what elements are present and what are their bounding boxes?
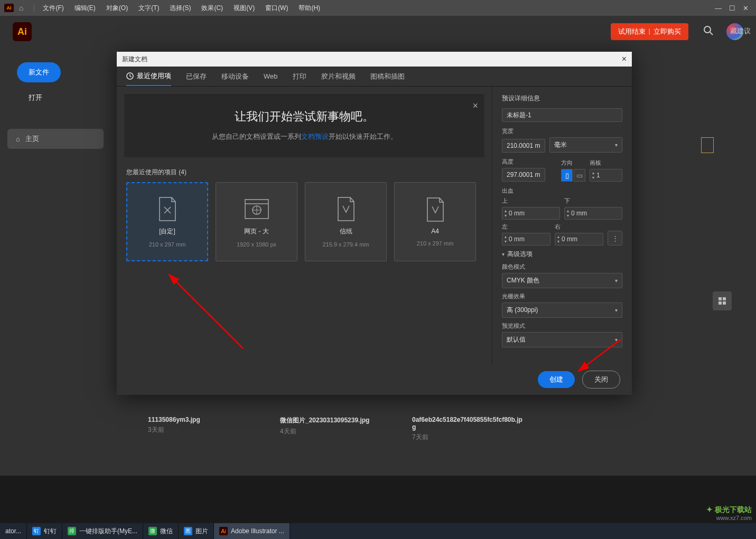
file-time: 4天前	[280, 427, 391, 436]
document-custom-icon	[155, 196, 180, 222]
taskbar-item[interactable]: ator...	[0, 523, 27, 539]
bleed-bottom-field[interactable]: ▴▾0 mm	[564, 207, 622, 220]
trial-button[interactable]: 试用结束 | 立即购买	[611, 23, 688, 40]
menu-object[interactable]: 对象(O)	[102, 4, 132, 13]
preset-size: 210 x 297 mm	[149, 241, 186, 248]
menu-help[interactable]: 帮助(H)	[294, 4, 324, 13]
landscape-button[interactable]: ▭	[574, 169, 585, 182]
artboard-stepper[interactable]: ▴▾ 1	[590, 169, 622, 182]
taskbar-item[interactable]: 钉 钉钉	[27, 523, 62, 539]
buy-now-label: 立即购买	[654, 27, 681, 36]
banner-close-icon[interactable]: ×	[472, 100, 478, 111]
home-nav-icon: ⌂	[16, 135, 20, 143]
taskbar-item[interactable]: 图 图片	[179, 523, 214, 539]
menu-view[interactable]: 视图(V)	[229, 4, 259, 13]
file-name: 11135086ym3.jpg	[148, 416, 259, 423]
open-button[interactable]: 打开	[17, 88, 54, 108]
chevron-down-icon: ▾	[502, 251, 505, 257]
wechat-icon: 微	[148, 527, 157, 535]
sidebar-item-home[interactable]: ⌂ 主页	[7, 129, 104, 149]
file-time: 3天前	[148, 425, 259, 434]
recent-file-item[interactable]: 11135086ym3.jpg 3天前	[148, 416, 259, 442]
home-label: 主页	[25, 134, 39, 144]
menu-file[interactable]: 文件(F)	[39, 4, 68, 13]
banner-subtitle: 从您自己的文档设置或一系列文档预设开始以快速开始工作。	[140, 132, 469, 141]
dingtalk-icon: 钉	[32, 527, 41, 535]
svg-rect-4	[718, 301, 722, 305]
search-icon[interactable]	[703, 25, 714, 38]
chevron-down-icon: ▾	[615, 307, 618, 313]
artboard-label: 画板	[590, 159, 622, 167]
preset-web-large[interactable]: 网页 - 大 1920 x 1080 px	[216, 182, 297, 261]
file-time: 7天前	[412, 433, 523, 442]
menu-edit[interactable]: 编辑(E)	[70, 4, 100, 13]
preset-size: 210 x 297 mm	[417, 240, 454, 247]
clock-icon	[126, 72, 134, 80]
tab-recent[interactable]: 最近使用项	[126, 67, 171, 86]
portrait-button[interactable]: ▯	[561, 169, 573, 182]
menu-select[interactable]: 选择(S)	[165, 4, 195, 13]
new-document-dialog: 新建文档 × 最近使用项 已保存 移动设备 Web 打印 胶片和视频 图稿和插图…	[117, 52, 632, 395]
new-file-button[interactable]: 新文件	[17, 62, 61, 82]
raster-label: 光栅效果	[502, 292, 622, 300]
preset-letter[interactable]: 信纸 215.9 x 279.4 mm	[305, 182, 387, 261]
close-window-icon[interactable]: ✕	[743, 4, 749, 12]
preview-label: 预览模式	[502, 322, 622, 330]
raster-dropdown[interactable]: 高 (300ppi)▾	[502, 302, 622, 318]
height-label: 高度	[502, 158, 557, 166]
svg-point-0	[704, 26, 711, 33]
width-field[interactable]: 210.0001 m	[502, 139, 545, 153]
recent-file-item[interactable]: 微信图片_20230313095239.jpg 4天前	[280, 416, 391, 442]
chevron-down-icon: ▾	[615, 278, 618, 283]
svg-rect-5	[723, 301, 726, 305]
taskbar-item[interactable]: 排 一键排版助手(MyE...	[62, 523, 143, 539]
preset-custom[interactable]: [自定] 210 x 297 mm	[126, 182, 208, 261]
grid-view-icon[interactable]	[713, 291, 732, 310]
preset-link[interactable]: 文档预设	[301, 133, 329, 140]
bleed-label: 出血	[502, 187, 622, 195]
tab-art[interactable]: 图稿和插图	[370, 68, 405, 86]
chevron-down-icon: ▾	[615, 337, 618, 343]
height-field[interactable]: 297.0001 m	[502, 168, 545, 182]
tab-print[interactable]: 打印	[293, 68, 306, 86]
create-button[interactable]: 创建	[538, 371, 575, 388]
maximize-icon[interactable]: ☐	[729, 4, 735, 12]
preview-dropdown[interactable]: 默认值▾	[502, 332, 622, 347]
document-name-input[interactable]	[502, 108, 622, 122]
window-controls: — ☐ ✕	[715, 4, 752, 12]
welcome-banner: × 让我们开始尝试新事物吧。 从您自己的文档设置或一系列文档预设开始以快速开始工…	[124, 94, 484, 157]
app-icon: 排	[68, 527, 76, 535]
tab-saved[interactable]: 已保存	[186, 68, 207, 86]
recent-file-item[interactable]: 0af6eb24c5182e7f405855fc5fcf80b.jpg 7天前	[412, 416, 523, 442]
menubar: Ai ⌂ 文件(F) 编辑(E) 对象(O) 文字(T) 选择(S) 效果(C)…	[0, 0, 756, 16]
menu-text[interactable]: 文字(T)	[134, 4, 163, 13]
chevron-down-icon: ▾	[615, 142, 618, 148]
home-icon[interactable]: ⌂	[19, 4, 23, 12]
close-button[interactable]: 关闭	[582, 371, 620, 389]
tab-mobile[interactable]: 移动设备	[221, 68, 249, 86]
bleed-right-field[interactable]: ▴▾0 mm	[555, 233, 603, 245]
trial-end-label: 试用结束	[618, 27, 646, 36]
dialog-tabs: 最近使用项 已保存 移动设备 Web 打印 胶片和视频 图稿和插图	[117, 67, 632, 87]
menu-effect[interactable]: 效果(C)	[197, 4, 227, 13]
taskbar-item[interactable]: 微 微信	[143, 523, 179, 539]
bleed-left-field[interactable]: ▴▾0 mm	[502, 233, 550, 245]
preset-a4[interactable]: A4 210 x 297 mm	[394, 182, 476, 261]
preset-title: [自定]	[159, 227, 175, 236]
menu-window[interactable]: 窗口(W)	[261, 4, 292, 13]
advanced-toggle[interactable]: ▾ 高级选项	[502, 250, 622, 259]
bleed-top-field[interactable]: ▴▾0 mm	[502, 207, 560, 220]
taskbar: ator... 钉 钉钉 排 一键排版助手(MyE... 微 微信 图 图片 A…	[0, 523, 756, 539]
tab-film[interactable]: 胶片和视频	[321, 68, 356, 86]
unit-dropdown[interactable]: 毫米▾	[549, 137, 622, 153]
taskbar-item-active[interactable]: Ai Adobe Illustrator ...	[214, 523, 290, 539]
app-logo-small: Ai	[4, 4, 14, 12]
tab-web[interactable]: Web	[264, 68, 278, 84]
preset-size: 215.9 x 279.4 mm	[322, 241, 369, 248]
dialog-close-icon[interactable]: ×	[622, 54, 627, 64]
colormode-dropdown[interactable]: CMYK 颜色▾	[502, 273, 622, 288]
minimize-icon[interactable]: —	[715, 4, 722, 12]
sidebar: 新文件 打开 ⌂ 主页	[0, 48, 111, 476]
suggestion-link[interactable]: 藏建议	[730, 26, 751, 36]
link-bleed-icon[interactable]: ⋮	[608, 231, 622, 245]
